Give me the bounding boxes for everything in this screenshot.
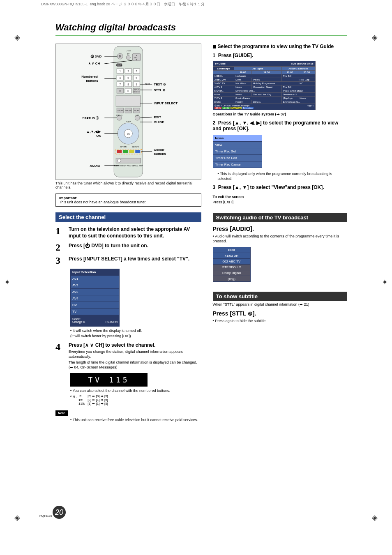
svg-text:CH: CH [134,57,136,59]
svg-text:OK: OK [96,134,101,138]
page-header-bar: DMRXW300GN-RQT9135-L_eng.book 20 ページ ２００… [0,0,392,8]
label-colour: Colour [154,148,164,152]
svg-rect-39 [116,96,141,106]
svg-text:TV: TV [127,53,130,55]
label-sttl: STTL ⊚ [154,88,166,92]
svg-point-5 [126,55,130,60]
svg-text:7: 7 [119,83,121,86]
important-body: This unit does not have an analogue broa… [59,200,146,204]
input-option: DV [70,302,120,309]
svg-text:8: 8 [127,83,129,86]
exit-block: To exit the screenPress [EXIT]. [213,194,347,204]
crop-mark: ✦ [4,278,10,287]
svg-text:PAUSE: PAUSE [125,109,132,112]
svg-rect-58 [129,150,134,153]
svg-rect-56 [117,150,122,153]
sttl-note: Press again to hide the subtitle. [213,318,347,323]
note-body: This unit can receive free cable televis… [70,417,201,422]
important-label: Important: [59,196,198,200]
label-numbered: Numbered [81,75,98,78]
svg-text:⏻: ⏻ [119,55,121,58]
r-step-2: 2 Press [▲, ▼, ◀, ▶] to select the progr… [213,120,347,131]
label-exit: EXIT [154,115,161,119]
list-item: News [213,135,262,142]
svg-text:buttons: buttons [154,152,166,156]
step-num-2: 2 [55,242,65,252]
label-input-select: INPUT SELECT [154,101,178,105]
press-audio: Press [AUDIO]. [213,226,347,232]
svg-text:4: 4 [119,76,121,79]
svg-text:3: 3 [136,70,137,73]
subtitle-pre: When "STTL" appears in digital channel i… [213,302,347,307]
svg-text:OK: OK [127,133,130,135]
r-step2-note: This is displayed only when the programm… [218,171,347,181]
crop-mark: ✦ [382,278,388,287]
rqt-code: RQT9135 [39,514,52,517]
svg-rect-57 [123,150,128,153]
square-icon [213,45,216,48]
svg-text:OPTION: OPTION [120,146,126,148]
svg-text:buttons: buttons [86,79,98,83]
svg-text:STATUS: STATUS [116,114,123,116]
input-selection-panel: Input Selection AV1 AV2 AV3 AV4 DV TV Se… [70,269,120,327]
note-tag: Note [55,410,68,416]
svg-text:GUIDE: GUIDE [126,120,131,122]
step-2-text: Press [⏻ DVD] to turn the unit on. [69,242,201,252]
important-box: Important: This unit does not have an an… [55,193,201,207]
input-option: TV [70,309,120,315]
input-option: AV1 [70,276,120,282]
label-arrows: ▲,▼,◀,▶ [86,130,101,134]
section-select-channel: Select the channel [55,212,201,222]
input-option: AV3 [70,289,120,295]
programme-submenu: News View Timer Rec Set Timer Rec Edit T… [213,135,262,168]
list-item: Timer Rec Cancel [213,161,262,168]
svg-text:DVD: DVD [126,49,131,52]
step-3-text: Press [INPUT SELECT] a few times and sel… [69,256,201,265]
r-step-1: 1 Press [GUIDE]. [213,53,347,58]
svg-point-62 [118,159,121,162]
label-status: STATUS ⓘ [82,116,99,120]
label-dvd: ⏻ DVD [90,54,101,58]
label-audio: AUDIO [90,164,100,168]
svg-text:EXIT: EXIT [136,114,139,116]
input-option: AV4 [70,295,120,302]
svg-text:⊙: ⊙ [119,90,121,92]
audio-note: Audio will switch according to the conte… [213,234,347,244]
svg-text:1: 1 [119,70,121,73]
section-switch-audio: Switching audio of the TV broadcast [213,213,347,222]
tvguide-ops-line: Operations in the TV Guide system (➡ 37) [213,112,347,117]
svg-rect-59 [135,150,140,153]
under-remote-text: This unit has the tuner which allows it … [55,181,201,189]
label-ch: ∧ ∨ CH [88,62,100,65]
input-selection-header: Input Selection [70,269,120,276]
svg-text:STOP: STOP [117,109,123,112]
remote-diagram: DVD ⏻ TV ∧∨ CH DRIVE 1 2 3 4 5 6 7 8 9 0… [55,44,201,180]
svg-text:2: 2 [127,70,129,73]
svg-text:PLAY: PLAY [134,109,139,112]
step4-bullet: You can also select the channel with the… [70,388,201,393]
crop-mark: ◈ [14,513,20,522]
svg-text:5: 5 [127,76,129,79]
section-subtitle: To show subtitle [213,292,347,301]
crop-mark: ◈ [14,33,20,42]
step3-note: It will switch when the display is turne… [70,328,201,338]
list-item: View [213,142,262,148]
list-item: Timer Rec Set [213,148,262,155]
tv-guide-grid: TV GuideSUN 15/01/08 19:15 LandscapeAll … [213,61,316,110]
step-1-text: Turn on the television and select the ap… [69,226,201,239]
r-select-programme: Select the programme to view using the T… [213,44,347,49]
page-title: Watching digital broadcasts [55,22,347,33]
crop-mark: ◈ [372,513,378,522]
svg-text:6: 6 [136,76,137,79]
svg-text:9: 9 [136,83,137,86]
label-guide: GUIDE [154,120,164,124]
step-num-1: 1 [55,226,65,239]
input-option: AV2 [70,282,120,289]
page-number: 20 [53,506,66,519]
r-step-3: 3 Press [▲, ▼] to select "View"and press… [213,184,347,190]
svg-text:DRIVE: DRIVE [116,64,123,66]
label-text: TEXT ⊚ [154,83,166,86]
svg-text:RETURN: RETURN [132,146,139,148]
power-icon: ⏻ [85,243,90,249]
crop-mark: ◈ [372,33,378,42]
